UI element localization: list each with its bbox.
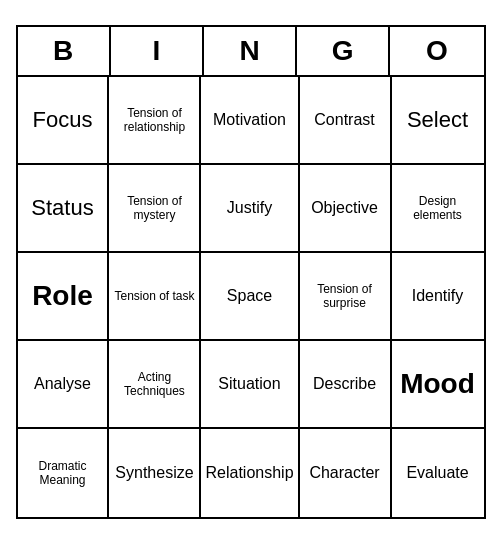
bingo-cell: Mood: [392, 341, 484, 429]
bingo-cell: Situation: [201, 341, 299, 429]
cell-text: Evaluate: [406, 463, 468, 482]
cell-text: Character: [309, 463, 379, 482]
cell-text: Situation: [218, 374, 280, 393]
bingo-cell: Objective: [300, 165, 392, 253]
bingo-cell: Synthesize: [109, 429, 201, 517]
cell-text: Synthesize: [115, 463, 193, 482]
cell-text: Relationship: [205, 463, 293, 482]
cell-text: Role: [32, 279, 93, 313]
cell-text: Focus: [33, 107, 93, 133]
bingo-cell: Design elements: [392, 165, 484, 253]
bingo-cell: Contrast: [300, 77, 392, 165]
bingo-cell: Status: [18, 165, 110, 253]
bingo-cell: Tension of task: [109, 253, 201, 341]
cell-text: Justify: [227, 198, 272, 217]
cell-text: Space: [227, 286, 272, 305]
cell-text: Identify: [412, 286, 464, 305]
header-letter: I: [111, 27, 204, 75]
cell-text: Status: [31, 195, 93, 221]
bingo-cell: Evaluate: [392, 429, 484, 517]
cell-text: Design elements: [396, 194, 480, 223]
bingo-cell: Tension of surprise: [300, 253, 392, 341]
bingo-header: BINGO: [18, 27, 484, 77]
cell-text: Describe: [313, 374, 376, 393]
bingo-cell: Describe: [300, 341, 392, 429]
bingo-cell: Focus: [18, 77, 110, 165]
bingo-cell: Tension of mystery: [109, 165, 201, 253]
cell-text: Analyse: [34, 374, 91, 393]
cell-text: Acting Techniques: [113, 370, 195, 399]
cell-text: Objective: [311, 198, 378, 217]
bingo-cell: Acting Techniques: [109, 341, 201, 429]
bingo-cell: Role: [18, 253, 110, 341]
bingo-cell: Dramatic Meaning: [18, 429, 110, 517]
cell-text: Motivation: [213, 110, 286, 129]
cell-text: Dramatic Meaning: [22, 459, 104, 488]
bingo-cell: Character: [300, 429, 392, 517]
header-letter: N: [204, 27, 297, 75]
header-letter: O: [390, 27, 483, 75]
cell-text: Tension of task: [114, 289, 194, 303]
bingo-card: BINGO FocusTension of relationshipMotiva…: [16, 25, 486, 519]
header-letter: B: [18, 27, 111, 75]
bingo-cell: Select: [392, 77, 484, 165]
bingo-cell: Tension of relationship: [109, 77, 201, 165]
bingo-cell: Analyse: [18, 341, 110, 429]
bingo-cell: Identify: [392, 253, 484, 341]
bingo-grid: FocusTension of relationshipMotivationCo…: [18, 77, 484, 517]
bingo-cell: Justify: [201, 165, 299, 253]
cell-text: Mood: [400, 367, 475, 401]
bingo-cell: Space: [201, 253, 299, 341]
cell-text: Tension of surprise: [304, 282, 386, 311]
header-letter: G: [297, 27, 390, 75]
bingo-cell: Motivation: [201, 77, 299, 165]
bingo-cell: Relationship: [201, 429, 299, 517]
cell-text: Contrast: [314, 110, 374, 129]
cell-text: Tension of relationship: [113, 106, 195, 135]
cell-text: Tension of mystery: [113, 194, 195, 223]
cell-text: Select: [407, 107, 468, 133]
